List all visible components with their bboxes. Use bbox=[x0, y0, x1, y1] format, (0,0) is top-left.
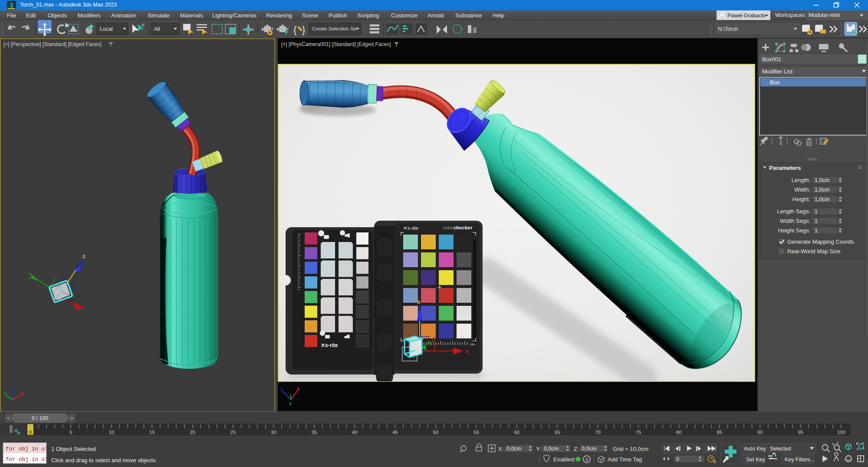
svg-text:80: 80 bbox=[676, 430, 682, 435]
svg-text:Enabled:: Enabled: bbox=[553, 456, 575, 463]
svg-text:Auto Key: Auto Key bbox=[744, 446, 766, 452]
svg-text:55: 55 bbox=[473, 430, 479, 435]
svg-text:Width:: Width: bbox=[794, 186, 810, 193]
svg-text:Click and drag to select and m: Click and drag to select and move object… bbox=[51, 457, 156, 464]
svg-text:5: 5 bbox=[69, 430, 72, 435]
svg-text:Generate Mapping Coords.: Generate Mapping Coords. bbox=[787, 238, 855, 245]
svg-text:Z:: Z: bbox=[574, 446, 579, 452]
svg-text:<: < bbox=[7, 415, 10, 421]
svg-text:Box001: Box001 bbox=[762, 56, 781, 63]
svg-text:25: 25 bbox=[230, 430, 236, 435]
svg-text:Length:: Length: bbox=[792, 177, 810, 183]
svg-text:for obj in ol: for obj in ol bbox=[6, 446, 48, 452]
svg-text:95: 95 bbox=[798, 430, 803, 435]
svg-text:3: 3 bbox=[10, 2, 13, 9]
svg-text:Height Segs:: Height Segs: bbox=[778, 227, 810, 234]
svg-text:Box: Box bbox=[770, 79, 780, 86]
svg-text:for obj in ol: for obj in ol bbox=[6, 457, 48, 463]
svg-text:35: 35 bbox=[311, 430, 317, 435]
svg-text:{: { bbox=[293, 24, 296, 35]
svg-text:50: 50 bbox=[433, 430, 439, 435]
svg-text:>: > bbox=[70, 415, 73, 421]
svg-text:N:\Torch: N:\Torch bbox=[718, 26, 738, 32]
svg-text:Y:: Y: bbox=[536, 446, 541, 452]
svg-text:Add Time Tag: Add Time Tag bbox=[608, 456, 642, 463]
svg-text:z: z bbox=[280, 387, 283, 392]
svg-text:X:: X: bbox=[498, 446, 503, 452]
svg-text:100: 100 bbox=[837, 430, 845, 435]
svg-text:75: 75 bbox=[636, 430, 641, 435]
svg-text:0,0cm: 0,0cm bbox=[544, 446, 559, 452]
svg-text:40: 40 bbox=[352, 430, 358, 435]
svg-text:0,0cm: 0,0cm bbox=[582, 446, 596, 452]
svg-text:Paweł Grabacki: Paweł Grabacki bbox=[727, 13, 766, 19]
svg-text:Width Segs:: Width Segs: bbox=[780, 218, 810, 224]
svg-text:Real-World Map Size: Real-World Map Size bbox=[787, 248, 841, 255]
svg-text:Key Filters...: Key Filters... bbox=[785, 457, 815, 463]
svg-text:Grid = 10,0cm: Grid = 10,0cm bbox=[613, 446, 648, 452]
svg-text:0 / 100: 0 / 100 bbox=[32, 415, 48, 421]
svg-text:Create Selection Se: Create Selection Se bbox=[312, 26, 356, 31]
svg-text:Length Segs:: Length Segs: bbox=[777, 208, 810, 215]
svg-text:1: 1 bbox=[815, 218, 818, 224]
svg-text:y: y bbox=[289, 401, 292, 406]
svg-text:Local: Local bbox=[100, 26, 113, 32]
svg-text:x: x bbox=[297, 386, 300, 391]
svg-text:90: 90 bbox=[757, 430, 763, 435]
svg-text:All: All bbox=[154, 26, 160, 32]
svg-text:0,0cm: 0,0cm bbox=[506, 446, 521, 452]
svg-text:70: 70 bbox=[595, 430, 601, 435]
svg-text:Selected: Selected bbox=[770, 446, 791, 452]
svg-text:65: 65 bbox=[555, 430, 560, 435]
svg-text:0: 0 bbox=[29, 430, 32, 435]
svg-text:0: 0 bbox=[676, 456, 679, 462]
svg-text:1,0cm: 1,0cm bbox=[815, 196, 829, 202]
svg-text:z: z bbox=[11, 385, 14, 390]
svg-text:30: 30 bbox=[271, 430, 276, 435]
svg-text:1,0cm: 1,0cm bbox=[815, 187, 829, 193]
svg-text:20: 20 bbox=[190, 430, 195, 435]
svg-text:1 Object Selected: 1 Object Selected bbox=[51, 446, 96, 452]
svg-text:Set Key: Set Key bbox=[746, 457, 766, 463]
svg-text:Parameters: Parameters bbox=[769, 165, 801, 171]
svg-text:1: 1 bbox=[815, 209, 818, 215]
svg-text:1: 1 bbox=[815, 228, 818, 234]
svg-text:Modifier List: Modifier List bbox=[762, 68, 792, 75]
svg-text:85: 85 bbox=[717, 430, 722, 435]
svg-text:}: } bbox=[302, 24, 305, 35]
svg-text:Height:: Height: bbox=[792, 196, 810, 202]
svg-text:y: y bbox=[4, 391, 7, 396]
svg-text:15: 15 bbox=[149, 430, 155, 435]
svg-text:0: 0 bbox=[585, 457, 588, 462]
svg-text:z: z bbox=[82, 253, 85, 259]
svg-text:10: 10 bbox=[108, 430, 114, 435]
svg-text:45: 45 bbox=[392, 430, 398, 435]
svg-text:1,0cm: 1,0cm bbox=[815, 177, 829, 183]
svg-text:60: 60 bbox=[514, 430, 519, 435]
